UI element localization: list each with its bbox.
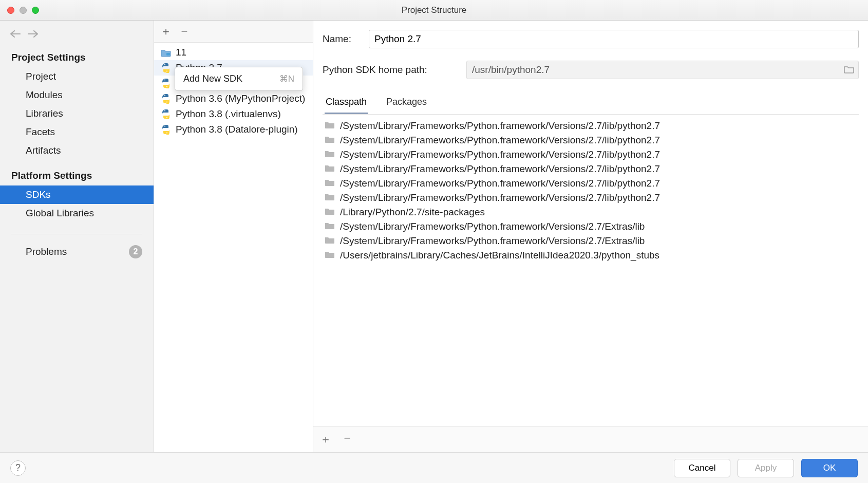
svg-point-6 [166,102,167,103]
cancel-button[interactable]: Cancel [674,459,730,477]
folder-icon [325,178,335,189]
ok-button[interactable]: OK [801,459,858,477]
classpath-toolbar: ＋ − [313,426,868,452]
sidebar-item-libraries[interactable]: Libraries [0,104,154,123]
classpath-path: /System/Library/Frameworks/Python.framew… [340,120,660,132]
sidebar-item-modules[interactable]: Modules [0,86,154,104]
titlebar: Project Structure [0,0,868,21]
menu-shortcut: ⌘N [279,73,294,84]
menu-label: Add New SDK [183,73,242,84]
forward-arrow-icon[interactable] [28,30,39,40]
dialog-footer: ? Cancel Apply OK [0,452,868,483]
tab-classpath[interactable]: Classpath [325,91,368,114]
browse-folder-icon[interactable] [844,65,854,75]
sdk-details: Name: Python SDK home path: ClasspathPac… [313,21,868,452]
classpath-path: /System/Library/Frameworks/Python.framew… [340,221,645,232]
sdk-tabs: ClasspathPackages [323,91,859,115]
sdk-toolbar: ＋ − [154,21,313,43]
classpath-path: /Library/Python/2.7/site-packages [340,207,485,218]
svg-point-5 [164,95,165,96]
folder-icon [325,192,335,203]
remove-sdk-button[interactable]: − [177,24,192,39]
classpath-row[interactable]: /Users/jetbrains/Library/Caches/JetBrain… [323,248,859,263]
classpath-path: /System/Library/Frameworks/Python.framew… [340,192,660,203]
python-icon [160,124,172,135]
back-arrow-icon[interactable] [9,30,21,40]
window-title: Project Structure [0,5,868,15]
add-sdk-button[interactable]: ＋ [158,24,174,39]
sidebar: Project Settings ProjectModulesLibraries… [0,21,154,452]
sidebar-item-artifacts[interactable]: Artifacts [0,141,154,160]
classpath-path: /Users/jetbrains/Library/Caches/JetBrain… [340,250,659,261]
python-icon [160,62,172,73]
svg-point-8 [166,117,167,118]
classpath-path: /System/Library/Frameworks/Python.framew… [340,178,660,189]
menu-add-new-sdk[interactable]: Add New SDK ⌘N [175,70,303,87]
sidebar-item-problems[interactable]: Problems 2 [0,242,154,262]
svg-rect-0 [166,53,170,55]
apply-button[interactable]: Apply [738,459,794,477]
classpath-row[interactable]: /System/Library/Frameworks/Python.framew… [323,119,859,133]
folder-icon [325,135,335,146]
sidebar-item-global-libraries[interactable]: Global Libraries [0,204,154,222]
window-zoom-icon[interactable] [32,7,39,14]
classpath-row[interactable]: /System/Library/Frameworks/Python.framew… [323,219,859,234]
folder-icon [325,250,335,261]
folder-icon [325,221,335,232]
problems-count-badge: 2 [129,245,142,258]
name-label: Name: [323,33,358,45]
sdk-path-input[interactable] [472,64,844,76]
path-label: Python SDK home path: [323,64,456,76]
svg-point-2 [166,71,167,72]
sidebar-item-sdks[interactable]: SDKs [0,185,154,204]
tab-packages[interactable]: Packages [385,91,428,114]
python-icon [160,78,172,89]
section-project-settings: Project Settings [0,49,154,66]
folder-icon [325,149,335,160]
window-minimize-icon[interactable] [20,7,27,14]
jdk-folder-icon [160,47,172,58]
section-platform-settings: Platform Settings [0,167,154,184]
sdk-name-input[interactable] [369,30,859,48]
folder-icon [325,235,335,247]
folder-icon [325,163,335,175]
problems-label: Problems [26,246,67,257]
sdk-row-label: Python 3.8 (Datalore-plugin) [176,124,298,135]
help-button[interactable]: ? [10,460,26,476]
classpath-row[interactable]: /System/Library/Frameworks/Python.framew… [323,191,859,205]
sdk-row[interactable]: Python 3.6 (MyPythonProject) [154,91,313,106]
classpath-row[interactable]: /System/Library/Frameworks/Python.framew… [323,162,859,176]
sdk-list-pane: ＋ − 11Python 2.7Python 3.6 (Datalore-plu… [154,21,313,452]
classpath-row[interactable]: /System/Library/Frameworks/Python.framew… [323,234,859,248]
svg-point-3 [164,80,165,81]
svg-point-9 [164,126,165,127]
sdk-list[interactable]: 11Python 2.7Python 3.6 (Datalore-plugin)… [154,43,313,452]
folder-icon [325,207,335,218]
classpath-path: /System/Library/Frameworks/Python.framew… [340,149,660,160]
context-menu: Add New SDK ⌘N [175,67,303,91]
sdk-row[interactable]: Python 3.8 (.virtualenvs) [154,106,313,122]
classpath-path: /System/Library/Frameworks/Python.framew… [340,235,645,247]
sidebar-item-project[interactable]: Project [0,67,154,86]
svg-point-1 [164,64,165,65]
folder-icon [325,120,335,132]
svg-point-10 [166,133,167,134]
classpath-row[interactable]: /System/Library/Frameworks/Python.framew… [323,147,859,162]
sdk-row-label: 11 [176,47,186,58]
sidebar-item-facets[interactable]: Facets [0,123,154,141]
sdk-row-label: Python 3.6 (MyPythonProject) [176,93,305,104]
classpath-list[interactable]: /System/Library/Frameworks/Python.framew… [323,115,859,426]
classpath-path: /System/Library/Frameworks/Python.framew… [340,135,660,146]
classpath-path: /System/Library/Frameworks/Python.framew… [340,163,660,175]
sdk-row-label: Python 3.8 (.virtualenvs) [176,108,281,120]
remove-classpath-button[interactable]: − [341,432,353,447]
sdk-row[interactable]: 11 [154,45,313,60]
window-close-icon[interactable] [7,7,14,14]
sdk-row[interactable]: Python 3.8 (Datalore-plugin) [154,122,313,137]
classpath-row[interactable]: /System/Library/Frameworks/Python.framew… [323,176,859,191]
classpath-row[interactable]: /System/Library/Frameworks/Python.framew… [323,133,859,147]
classpath-row[interactable]: /Library/Python/2.7/site-packages [323,205,859,219]
svg-point-4 [166,86,167,87]
svg-point-7 [164,110,165,112]
add-classpath-button[interactable]: ＋ [319,432,332,447]
